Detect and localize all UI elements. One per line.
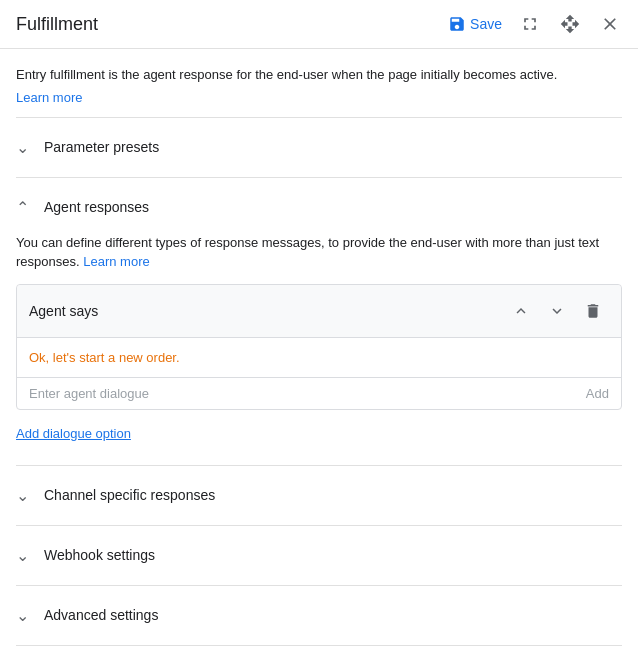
save-icon <box>448 15 466 33</box>
agent-says-card: Agent says <box>16 284 622 410</box>
channel-specific-chevron-icon: ⌄ <box>16 486 36 505</box>
advanced-settings-label: Advanced settings <box>44 607 158 623</box>
info-section: Entry fulfillment is the agent response … <box>16 65 622 105</box>
fullscreen-icon[interactable] <box>518 12 542 36</box>
agent-says-header: Agent says <box>17 285 621 338</box>
agent-responses-chevron-icon: ⌃ <box>16 198 36 217</box>
divider-2 <box>16 177 622 178</box>
channel-specific-header[interactable]: ⌄ Channel specific responses <box>16 478 622 513</box>
add-dialogue-option-link[interactable]: Add dialogue option <box>16 422 131 453</box>
parameter-presets-section: ⌄ Parameter presets <box>16 130 622 165</box>
agent-says-label: Agent says <box>29 303 505 319</box>
channel-specific-section: ⌄ Channel specific responses <box>16 478 622 513</box>
add-dialogue-button[interactable]: Add <box>586 386 609 401</box>
existing-dialogue-text: Ok, let's start a new order. <box>17 338 621 378</box>
webhook-settings-label: Webhook settings <box>44 547 155 563</box>
save-label: Save <box>470 16 502 32</box>
info-learn-more[interactable]: Learn more <box>16 90 82 105</box>
content-area: Entry fulfillment is the agent response … <box>0 49 638 646</box>
divider-4 <box>16 525 622 526</box>
divider-6 <box>16 645 622 646</box>
agent-responses-section: ⌃ Agent responses You can define differe… <box>16 190 622 453</box>
save-button[interactable]: Save <box>448 15 502 33</box>
card-action-icons <box>505 295 609 327</box>
agent-responses-description: You can define different types of respon… <box>16 233 622 272</box>
advanced-settings-header[interactable]: ⌄ Advanced settings <box>16 598 622 633</box>
parameter-presets-header[interactable]: ⌄ Parameter presets <box>16 130 622 165</box>
move-up-button[interactable] <box>505 295 537 327</box>
agent-responses-label: Agent responses <box>44 199 149 215</box>
delete-card-button[interactable] <box>577 295 609 327</box>
agent-dialogue-input[interactable] <box>29 386 586 401</box>
divider-5 <box>16 585 622 586</box>
drag-icon[interactable] <box>558 12 582 36</box>
webhook-settings-header[interactable]: ⌄ Webhook settings <box>16 538 622 573</box>
header-actions <box>518 12 622 36</box>
parameter-presets-label: Parameter presets <box>44 139 159 155</box>
agent-responses-header[interactable]: ⌃ Agent responses <box>16 190 622 225</box>
channel-specific-label: Channel specific responses <box>44 487 215 503</box>
advanced-settings-chevron-icon: ⌄ <box>16 606 36 625</box>
advanced-settings-section: ⌄ Advanced settings <box>16 598 622 633</box>
parameter-presets-chevron-icon: ⌄ <box>16 138 36 157</box>
divider-1 <box>16 117 622 118</box>
page-title: Fulfillment <box>16 14 448 35</box>
header: Fulfillment Save <box>0 0 638 49</box>
divider-3 <box>16 465 622 466</box>
agent-input-row: Add <box>17 378 621 409</box>
move-down-button[interactable] <box>541 295 573 327</box>
webhook-settings-chevron-icon: ⌄ <box>16 546 36 565</box>
agent-responses-learn-more[interactable]: Learn more <box>83 254 149 269</box>
close-icon[interactable] <box>598 12 622 36</box>
webhook-settings-section: ⌄ Webhook settings <box>16 538 622 573</box>
info-description: Entry fulfillment is the agent response … <box>16 65 622 85</box>
